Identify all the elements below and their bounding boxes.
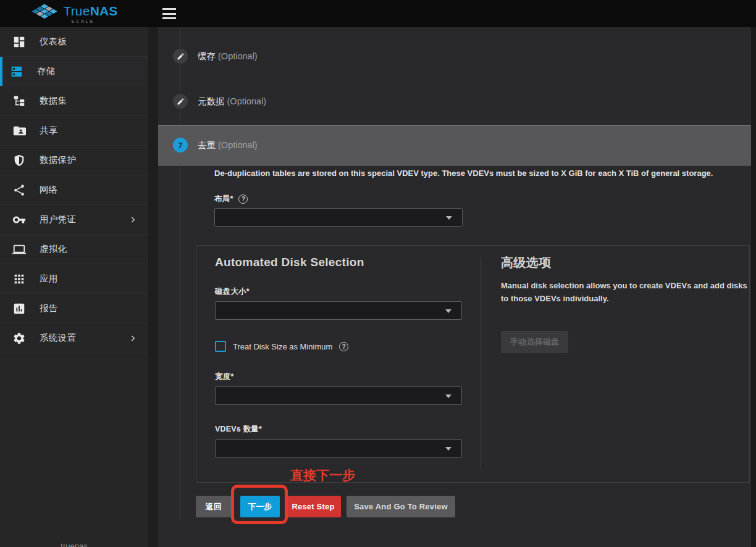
width-select[interactable] <box>215 386 462 405</box>
storage-icon <box>10 65 23 78</box>
dashboard-icon <box>12 35 26 49</box>
brand-name: TrueNAS <box>63 4 117 18</box>
pencil-icon <box>173 94 188 109</box>
sidebar: 仪表板 存储 数据集 共享 <box>0 27 148 547</box>
sidebar-item-virtualization[interactable]: 虚拟化 <box>0 235 148 264</box>
vdevs-count-label: VDEVs 数量* <box>215 424 262 435</box>
chevron-right-icon <box>128 215 137 224</box>
help-icon[interactable]: ? <box>339 342 348 351</box>
dropdown-caret-icon <box>445 309 452 313</box>
sidebar-item-apps[interactable]: 应用 <box>0 264 148 294</box>
save-and-review-button[interactable]: Save And Go To Review <box>346 496 455 517</box>
shares-icon <box>12 124 26 138</box>
disk-selection-panel: Automated Disk Selection 磁盘大小* Treat Dis… <box>196 245 750 483</box>
layout-field-label-row: 布局* ? <box>214 194 248 204</box>
network-icon <box>12 183 26 197</box>
step-header-metadata[interactable]: 元数据 (Optional) <box>173 94 266 109</box>
main-content: 缓存 (Optional) 元数据 (Optional) 7 去重 (Optio… <box>148 27 756 547</box>
sidebar-item-datasets[interactable]: 数据集 <box>0 86 148 116</box>
sidebar-item-credentials[interactable]: 用户凭证 <box>0 205 148 235</box>
sidebar-item-data-protection[interactable]: 数据保护 <box>0 146 148 175</box>
treat-disk-size-minimum-label: Treat Disk Size as Minimum <box>233 342 332 351</box>
layout-select[interactable] <box>214 208 463 227</box>
dropdown-caret-icon <box>445 395 452 398</box>
sidebar-item-dashboard[interactable]: 仪表板 <box>0 27 148 57</box>
sidebar-footer-version: truenas <box>0 541 148 547</box>
dropdown-caret-icon <box>445 447 452 451</box>
active-step-band: 7 去重 (Optional) <box>158 125 751 165</box>
treat-disk-size-minimum-row[interactable]: Treat Disk Size as Minimum ? <box>215 341 348 352</box>
sidebar-item-storage[interactable]: 存储 <box>0 57 148 86</box>
pool-wizard-card: 缓存 (Optional) 元数据 (Optional) 7 去重 (Optio… <box>158 27 751 547</box>
panel-divider <box>481 257 481 469</box>
settings-gear-icon <box>12 332 26 345</box>
back-button[interactable]: 返回 <box>196 496 232 517</box>
sidebar-item-shares[interactable]: 共享 <box>0 116 148 146</box>
vdevs-count-select[interactable] <box>215 439 462 457</box>
width-label: 宽度* <box>215 372 233 382</box>
step-header-cache[interactable]: 缓存 (Optional) <box>173 49 258 64</box>
brand-sub: SCALE <box>63 19 117 23</box>
manual-disk-selection-button[interactable]: 手动选择磁盘 <box>501 331 568 353</box>
dedup-description: De-duplication tables are stored on this… <box>214 169 739 178</box>
menu-toggle-icon[interactable] <box>162 8 178 19</box>
truenas-logo[interactable]: TrueNAS SCALE <box>0 0 148 27</box>
advanced-options-title: 高级选项 <box>501 254 551 271</box>
pencil-icon <box>173 49 188 64</box>
treat-disk-size-minimum-checkbox[interactable] <box>215 341 226 352</box>
step-number-badge: 7 <box>173 138 188 152</box>
disk-size-select[interactable] <box>215 301 462 320</box>
chevron-right-icon <box>128 334 137 343</box>
virtualization-icon <box>12 243 26 256</box>
apps-icon <box>12 272 26 286</box>
credentials-icon <box>12 213 26 227</box>
truenas-logo-icon <box>30 2 59 25</box>
dropdown-caret-icon <box>446 216 452 220</box>
top-bar: TrueNAS SCALE <box>0 0 756 27</box>
layout-label: 布局* <box>214 194 233 204</box>
datasets-icon <box>12 94 26 108</box>
reset-step-button[interactable]: Reset Step <box>285 496 341 517</box>
automated-disk-selection-title: Automated Disk Selection <box>215 256 364 269</box>
reports-icon <box>12 302 26 315</box>
advanced-options-description: Manual disk selection allows you to crea… <box>501 279 748 305</box>
data-protection-icon <box>12 154 26 167</box>
annotation-text: 直接下一步 <box>290 467 355 484</box>
next-button[interactable]: 下一步 <box>240 496 280 517</box>
vertical-scrollbar[interactable] <box>751 27 756 547</box>
sidebar-item-network[interactable]: 网络 <box>0 175 148 205</box>
help-icon[interactable]: ? <box>238 194 248 204</box>
sidebar-item-reports[interactable]: 报告 <box>0 294 148 324</box>
step-header-dedup[interactable]: 7 去重 (Optional) <box>173 138 258 152</box>
disk-size-label: 磁盘大小* <box>215 286 250 297</box>
sidebar-item-system-settings[interactable]: 系统设置 <box>0 324 148 353</box>
